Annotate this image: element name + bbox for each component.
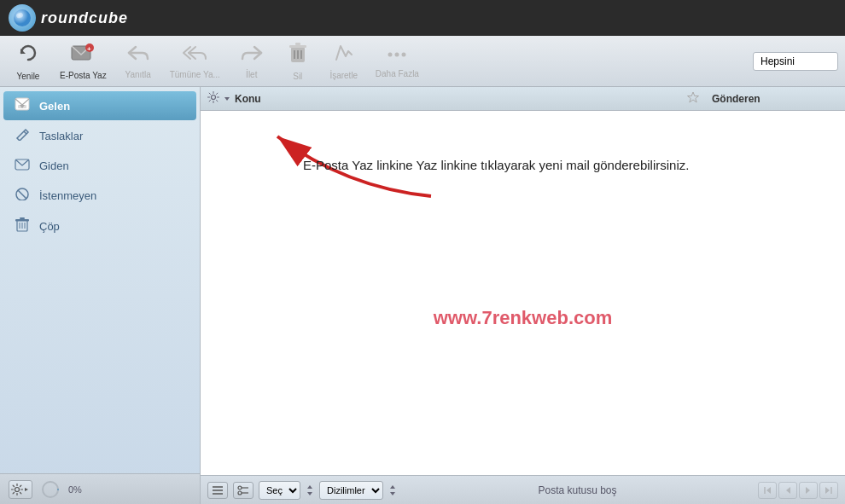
svg-rect-7 (289, 45, 306, 48)
prev-page-button[interactable] (778, 482, 797, 499)
sort-arrows-icon (388, 483, 397, 498)
svg-point-0 (14, 9, 31, 26)
gelen-icon (14, 97, 31, 114)
svg-point-55 (238, 486, 242, 490)
svg-point-12 (388, 52, 393, 56)
sidebar: Gelen Taslaklar Giden (0, 87, 201, 504)
isaretle-button[interactable]: İşaretle (323, 39, 365, 84)
yanitla-label: Yanıtla (125, 70, 150, 79)
svg-marker-60 (307, 492, 312, 495)
sidebar-item-istenmeyen[interactable]: İstenmeyen (3, 181, 196, 210)
sil-icon (288, 42, 307, 69)
svg-point-56 (238, 491, 242, 495)
giden-icon (14, 157, 31, 174)
ilet-label: İlet (246, 70, 257, 79)
content-area: Konu Gönderen (201, 87, 845, 504)
sidebar-item-giden[interactable]: Giden (3, 151, 196, 180)
cop-icon (14, 217, 31, 235)
sidebar-item-taslaklar[interactable]: Taslaklar (3, 121, 196, 150)
sil-button[interactable]: Sil (277, 38, 319, 84)
svg-line-34 (20, 492, 21, 493)
istenmeyen-icon (14, 187, 31, 204)
daha-fazla-label: Daha Fazla (376, 69, 419, 78)
eposta-yaz-icon: + (71, 43, 95, 68)
svg-marker-37 (25, 488, 28, 491)
svg-marker-50 (688, 92, 699, 102)
dropdown-arrow-icon (223, 95, 231, 103)
cop-label: Çöp (39, 220, 60, 233)
svg-rect-24 (20, 217, 25, 219)
yenile-button[interactable]: Yenile (7, 38, 50, 84)
isaretle-icon (334, 43, 354, 68)
annotation-text-container: E-Posta Yaz linkine Yaz linkine tıklayar… (303, 158, 689, 172)
svg-line-21 (18, 190, 26, 199)
svg-rect-8 (295, 43, 300, 45)
svg-line-36 (13, 492, 14, 493)
sidebar-items: Gelen Taslaklar Giden (0, 87, 200, 473)
status-text: Posta kutusu boş (402, 484, 753, 496)
last-page-button[interactable] (819, 482, 838, 499)
svg-point-40 (212, 96, 216, 100)
sidebar-item-cop[interactable]: Çöp (3, 211, 196, 241)
svg-rect-23 (15, 219, 29, 222)
star-column-header (681, 91, 705, 106)
app-name: roundcube (41, 9, 128, 27)
svg-line-47 (217, 93, 218, 94)
progress-text: 0% (68, 484, 82, 495)
svg-marker-66 (806, 487, 810, 494)
svg-marker-59 (307, 485, 312, 489)
select-dropdown[interactable]: Seç (259, 481, 300, 500)
progress-circle (41, 480, 60, 499)
sidebar-footer: 0% (0, 473, 200, 504)
next-page-button[interactable] (799, 482, 818, 499)
isaretle-label: İşaretle (329, 71, 358, 80)
eposta-yaz-label: E-Posta Yaz (60, 71, 107, 80)
toolbar: Yenile + E-Posta Yaz Yanıtla (0, 36, 845, 87)
yenile-icon (17, 42, 39, 69)
taslaklar-icon (14, 127, 31, 144)
eposta-yaz-button[interactable]: + E-Posta Yaz (53, 39, 114, 84)
titlebar: roundcube (0, 0, 845, 36)
svg-marker-49 (224, 97, 230, 101)
yanitla-button[interactable]: Yanıtla (117, 40, 160, 83)
svg-marker-68 (825, 487, 830, 494)
svg-line-18 (24, 131, 26, 134)
daha-fazla-button[interactable]: Daha Fazla (369, 41, 426, 82)
giden-label: Giden (39, 159, 69, 172)
svg-point-28 (15, 487, 20, 491)
sil-label: Sil (293, 72, 302, 81)
message-list-body: E-Posta Yaz linkine Yaz linkine tıklayar… (201, 111, 845, 475)
svg-marker-65 (786, 487, 790, 494)
list-view-button[interactable] (207, 482, 228, 499)
konu-column-header: Konu (231, 93, 681, 105)
main-layout: Gelen Taslaklar Giden (0, 87, 845, 504)
svg-marker-64 (766, 487, 771, 494)
message-list-header: Konu Gönderen (201, 87, 845, 111)
gelen-label: Gelen (39, 100, 70, 113)
settings-button[interactable] (9, 480, 32, 499)
thread-view-button[interactable] (233, 482, 253, 499)
select-arrows-icon (306, 483, 314, 498)
ilet-button[interactable]: İlet (230, 40, 273, 83)
istenmeyen-label: İstenmeyen (39, 189, 96, 202)
svg-marker-61 (390, 485, 395, 489)
sort-dropdown[interactable]: Dizilimler (319, 481, 383, 500)
svg-marker-62 (390, 492, 395, 495)
tumune-ya-icon (182, 43, 207, 67)
tumune-ya-button[interactable]: Tümüne Ya... (163, 40, 227, 83)
first-page-button[interactable] (758, 482, 777, 499)
svg-point-13 (395, 52, 399, 56)
svg-point-38 (43, 482, 58, 497)
search-input[interactable] (753, 52, 838, 71)
logo: roundcube (9, 4, 128, 32)
yanitla-icon (127, 43, 149, 67)
svg-point-14 (402, 52, 406, 56)
logo-icon (9, 4, 36, 32)
watermark: www.7renkweb.com (434, 307, 612, 329)
sidebar-item-gelen[interactable]: Gelen (3, 91, 196, 120)
taslaklar-label: Taslaklar (39, 130, 83, 142)
svg-text:+: + (87, 45, 91, 53)
tumune-ya-label: Tümüne Ya... (170, 70, 220, 79)
svg-line-33 (13, 485, 14, 486)
column-settings-icon[interactable] (204, 91, 223, 106)
